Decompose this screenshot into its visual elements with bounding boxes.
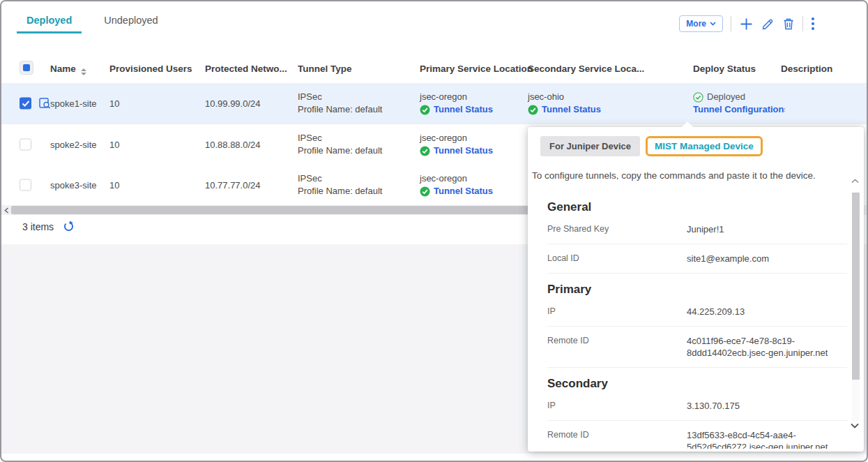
tab-undeployed[interactable]: Undeployed — [94, 8, 167, 33]
cell-protected-network: 10.77.77.0/24 — [205, 180, 261, 191]
tunnel-status-ok-icon — [420, 146, 430, 156]
tunnel-status-link[interactable]: Tunnel Status — [434, 144, 493, 157]
column-header-description[interactable]: Description — [781, 64, 832, 74]
cell-name: spoke3-site — [50, 180, 96, 191]
tunnel-status-link[interactable]: Tunnel Status — [542, 103, 601, 116]
popup-vertical-scrollbar[interactable] — [852, 191, 860, 422]
column-header-name-label: Name — [50, 64, 76, 74]
delete-icon[interactable] — [782, 17, 795, 31]
popup-scroll-content: General Pre Shared Key Juniper!1 Local I… — [547, 195, 847, 449]
column-header-provisioned-users[interactable]: Provisioned Users — [109, 64, 192, 74]
popup-caret — [681, 121, 694, 128]
detail-value: 4c011f96-ece7-4e78-8c19-8ddd14402ecb.jse… — [687, 335, 847, 359]
popup-instruction-text: To configure tunnels, copy the commands … — [532, 170, 847, 181]
primary-location-value: jsec-oregon — [420, 132, 493, 144]
kebab-menu-icon[interactable] — [811, 17, 815, 31]
table-row[interactable]: spoke1-site 10 10.99.99.0/24 IPSec Profi… — [1, 83, 867, 124]
deploy-status-value: Deployed — [707, 91, 745, 103]
detail-label: Pre Shared Key — [547, 223, 687, 235]
tunnel-status-link[interactable]: Tunnel Status — [434, 103, 493, 116]
scroll-left-icon[interactable] — [1, 205, 11, 215]
detail-label: Remote ID — [547, 429, 687, 449]
checkbox-indeterminate-mark — [23, 64, 30, 71]
toolbar-divider — [731, 16, 731, 31]
detail-value: 13df5633-e8cd-4c54-aae4-5d52d5cd6272.jse… — [687, 429, 847, 449]
select-all-checkbox[interactable] — [20, 61, 33, 75]
cell-provisioned-users: 10 — [109, 180, 119, 191]
tunnel-profile-value: Profile Name: default — [298, 185, 382, 198]
section-title-secondary: Secondary — [547, 376, 847, 392]
tunnel-configuration-popup: For Juniper Device MIST Managed Device T… — [528, 127, 864, 452]
tunnel-type-value: IPSec — [298, 172, 382, 185]
more-button[interactable]: More — [679, 15, 723, 32]
chevron-down-icon — [710, 22, 716, 26]
detail-label: Remote ID — [547, 335, 687, 359]
add-icon[interactable] — [739, 17, 754, 31]
tab-bar: Deployed Undeployed — [17, 8, 168, 33]
table-header: Name Provisioned Users Protected Netwo..… — [1, 57, 867, 83]
scroll-up-icon[interactable] — [851, 179, 859, 184]
detail-label: IP — [547, 306, 687, 318]
cell-primary-service-location: jsec-oregon Tunnel Status — [420, 91, 493, 116]
row-checkbox-unchecked[interactable] — [20, 179, 31, 191]
tab-for-juniper-device[interactable]: For Juniper Device — [540, 136, 640, 156]
tunnel-configurations-link[interactable]: Tunnel Configurations — [693, 103, 785, 116]
items-count-label: 3 items — [22, 221, 54, 232]
detail-value: site1@example.com — [687, 253, 847, 264]
tunnel-type-value: IPSec — [298, 91, 382, 103]
tunnel-profile-value: Profile Name: default — [298, 103, 382, 116]
column-header-secondary-service-location[interactable]: Secondary Service Loca... — [528, 64, 644, 74]
detail-row: Remote ID 4c011f96-ece7-4e78-8c19-8ddd14… — [547, 327, 847, 368]
cell-primary-service-location: jsec-oregon Tunnel Status — [420, 132, 493, 157]
more-button-label: More — [686, 19, 706, 29]
deployed-check-icon — [693, 92, 703, 103]
sort-icon[interactable] — [81, 68, 86, 75]
scroll-down-icon[interactable] — [851, 423, 859, 429]
popup-tab-bar: For Juniper Device MIST Managed Device — [540, 136, 763, 156]
column-header-name[interactable]: Name — [50, 64, 86, 75]
row-checkbox-unchecked[interactable] — [20, 139, 31, 151]
column-header-tunnel-type[interactable]: Tunnel Type — [298, 64, 352, 74]
cell-protected-network: 10.88.88.0/24 — [205, 140, 261, 150]
detail-row: Local ID site1@example.com — [547, 244, 847, 274]
column-header-protected-network[interactable]: Protected Netwo... — [205, 64, 287, 74]
section-title-primary: Primary — [547, 282, 847, 297]
detail-label: IP — [547, 400, 687, 412]
cell-provisioned-users: 10 — [109, 98, 119, 109]
tab-mist-managed-device-highlighted[interactable]: MIST Managed Device — [646, 136, 763, 156]
refresh-icon[interactable] — [63, 221, 75, 232]
edit-icon[interactable] — [761, 17, 775, 31]
cell-tunnel-type: IPSec Profile Name: default — [298, 172, 382, 198]
cell-secondary-service-location: jsec-ohio Tunnel Status — [528, 91, 601, 116]
detail-label: Local ID — [547, 253, 687, 264]
tunnel-status-link[interactable]: Tunnel Status — [434, 185, 493, 198]
tunnel-status-ok-icon — [420, 105, 430, 115]
cell-tunnel-type: IPSec Profile Name: default — [298, 132, 382, 157]
detail-row: IP 3.130.70.175 — [547, 392, 847, 421]
detail-value: 3.130.70.175 — [687, 400, 847, 412]
toolbar: More — [679, 15, 815, 32]
cell-primary-service-location: jsec-oregon Tunnel Status — [420, 172, 493, 198]
tunnel-type-value: IPSec — [298, 132, 382, 144]
cell-provisioned-users: 10 — [109, 140, 119, 150]
cell-tunnel-type: IPSec Profile Name: default — [298, 91, 382, 116]
toolbar-divider — [802, 16, 803, 31]
tunnel-status-ok-icon — [420, 186, 430, 197]
detail-value: 44.225.209.13 — [687, 306, 847, 318]
tab-deployed[interactable]: Deployed — [17, 8, 82, 33]
row-checkbox-checked[interactable] — [20, 98, 31, 110]
detail-value: Juniper!1 — [687, 223, 847, 235]
section-title-general: General — [547, 200, 847, 215]
cell-deploy-status: Deployed Tunnel Configurations — [693, 91, 785, 116]
detail-row: Pre Shared Key Juniper!1 — [547, 215, 847, 244]
cell-protected-network: 10.99.99.0/24 — [205, 98, 261, 109]
detail-row: IP 44.225.209.13 — [547, 297, 847, 327]
tunnel-status-ok-icon — [528, 105, 538, 115]
app-window: Deployed Undeployed More — [0, 0, 868, 462]
tunnel-profile-value: Profile Name: default — [298, 144, 382, 157]
cell-name: spoke1-site — [50, 98, 96, 109]
column-header-primary-service-location[interactable]: Primary Service Location — [420, 64, 533, 74]
column-header-deploy-status[interactable]: Deploy Status — [693, 64, 756, 74]
cell-name: spoke2-site — [50, 140, 96, 150]
popup-scrollbar-thumb[interactable] — [852, 193, 860, 380]
